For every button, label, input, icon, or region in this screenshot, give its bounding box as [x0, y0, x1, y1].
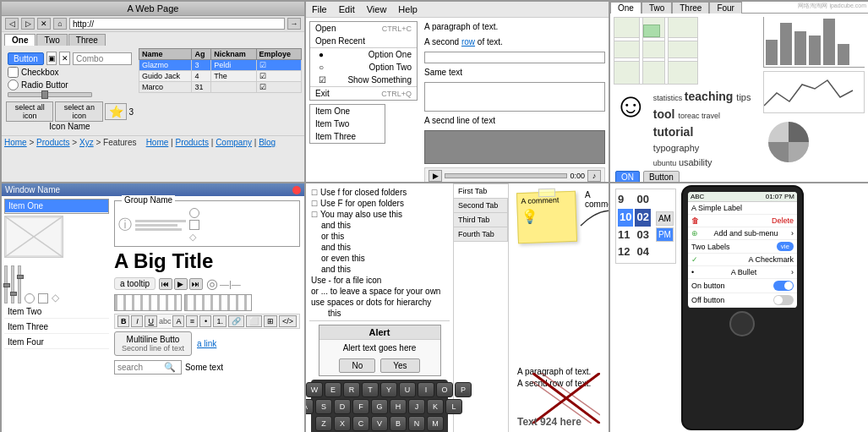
submenu-item1[interactable]: Item One [310, 105, 385, 118]
kb-k[interactable]: K [427, 399, 444, 414]
next-btn[interactable]: ⏭ [189, 278, 203, 290]
vtab-first[interactable]: First Tab [454, 183, 508, 199]
play-pause-btn[interactable]: ▶ [174, 278, 188, 290]
menu-edit[interactable]: Edit [336, 3, 358, 15]
vtab-second[interactable]: Second Tab [454, 198, 508, 213]
menu-open-recent[interactable]: Open Recent [310, 35, 417, 47]
row-link[interactable]: row [461, 37, 475, 46]
phone-item-bullet[interactable]: A Bullet › [688, 266, 797, 279]
file-item-8[interactable]: and this [309, 264, 450, 275]
pm-button[interactable]: PM [656, 227, 674, 242]
menu-file[interactable]: File [309, 3, 330, 15]
kb-e[interactable]: E [325, 382, 341, 397]
num-list-btn[interactable]: 1. [213, 315, 227, 327]
select-all-icon-btn[interactable]: select all icon [6, 101, 53, 122]
phone-item-toggle-off[interactable]: Off button [688, 293, 797, 308]
tab-one[interactable]: One [4, 34, 35, 46]
submenu-item3[interactable]: Item Three [310, 130, 385, 143]
close-button[interactable]: ✕ [37, 18, 51, 30]
kb-x[interactable]: X [334, 416, 351, 431]
kb-o[interactable]: O [436, 382, 453, 397]
icon-box-2[interactable]: ✕ [59, 52, 70, 65]
chart-tab-four[interactable]: Four [709, 2, 742, 14]
file-item-3[interactable]: ☐ You may also use this [309, 209, 450, 220]
file-item-6[interactable]: and this [309, 242, 450, 253]
code-btn[interactable]: </> [279, 315, 297, 327]
file-item-2[interactable]: ☐ Use F for open folders [309, 198, 450, 209]
file-item-5[interactable]: or this [309, 231, 450, 242]
menu-open[interactable]: Open CTRL+C [310, 22, 417, 35]
link-text[interactable]: a link [197, 339, 216, 348]
select-icon-btn[interactable]: select an icon [55, 101, 103, 122]
image-btn[interactable]: ⬜ [246, 315, 262, 327]
vslider-2[interactable] [11, 265, 14, 303]
file-item-4[interactable]: and this [309, 220, 450, 231]
phone-item-check[interactable]: A Checkmark [688, 254, 797, 266]
window-close-btn[interactable] [292, 186, 301, 194]
phone-item-delete[interactable]: 🗑 Delete [688, 215, 797, 227]
multiline-button[interactable]: Multiline Butto Second line of text [114, 331, 192, 356]
kb-w[interactable]: W [306, 382, 323, 397]
kb-j[interactable]: J [408, 399, 425, 414]
phone-home-button[interactable] [729, 311, 755, 336]
file-item-12[interactable]: this [309, 308, 450, 319]
kb-t[interactable]: T [362, 382, 379, 397]
prev-btn[interactable]: ⏮ [159, 278, 172, 290]
text-area[interactable] [424, 82, 605, 112]
table-row[interactable]: Glazmo 3 Peldi ☑ [139, 60, 302, 71]
checkbox-input[interactable] [8, 67, 19, 78]
bc2-home[interactable]: Home [146, 138, 169, 147]
file-item-1[interactable]: ☐ Use f for closed folders [309, 187, 450, 198]
forward-button[interactable]: ▷ [21, 18, 35, 30]
kb-n[interactable]: N [408, 416, 425, 431]
phone-item-toggle-on[interactable]: On button [688, 279, 797, 293]
kb-y[interactable]: Y [380, 382, 397, 397]
toggle-off-button[interactable]: Button [643, 171, 680, 183]
file-item-10[interactable]: or ... to leave a space for your own [309, 286, 450, 297]
radio-input[interactable] [8, 79, 19, 90]
kb-f[interactable]: F [352, 399, 369, 414]
menu-view[interactable]: View [364, 3, 390, 15]
italic-btn[interactable]: I [131, 315, 143, 327]
phone-item-label[interactable]: A Simple Label [688, 202, 797, 215]
vtab-third[interactable]: Third Tab [454, 212, 508, 227]
text-input[interactable] [424, 52, 605, 63]
search-input[interactable] [117, 363, 164, 372]
primary-button[interactable]: Button [8, 52, 44, 65]
list-item-2[interactable]: Item Two [4, 305, 109, 319]
menu-help[interactable]: Help [396, 3, 420, 15]
bc-home[interactable]: Home [4, 138, 27, 147]
go-button[interactable]: → [287, 18, 301, 30]
alert-no-btn[interactable]: No [339, 358, 375, 373]
table-row[interactable]: Marco 31 ☑ [139, 82, 302, 93]
home-button[interactable]: ⌂ [53, 18, 67, 30]
phone-item-add[interactable]: Add and sub-menu › [688, 227, 797, 240]
phone-item-labels[interactable]: Two Labels vie [688, 240, 797, 254]
font-size-btn[interactable]: A [172, 315, 184, 327]
kb-a[interactable]: A [305, 399, 314, 414]
play-button[interactable]: ▶ [429, 170, 442, 182]
menu-show[interactable]: ☑ Show Something [310, 74, 417, 86]
chart-tab-three[interactable]: Three [672, 2, 709, 14]
bold-btn[interactable]: B [117, 315, 130, 327]
bc2-company[interactable]: Company [216, 138, 252, 147]
bullet-list-btn[interactable]: • [199, 315, 211, 327]
link-btn[interactable]: 🔗 [228, 315, 244, 327]
tooltip-button[interactable]: a tooltip [114, 277, 156, 290]
list-item-3[interactable]: Item Three [4, 320, 109, 334]
toggle-on-button[interactable]: ON [615, 171, 640, 183]
file-item-7[interactable]: or even this [309, 253, 450, 264]
kb-m[interactable]: M [427, 416, 444, 431]
list-item-1[interactable]: Item One [5, 200, 108, 213]
menu-option2[interactable]: ○ Option Two [310, 61, 417, 74]
phone-toggle-on[interactable] [773, 281, 794, 291]
table-row[interactable]: Guido Jack 4 The ☑ [139, 71, 302, 82]
vslider-1[interactable] [4, 265, 8, 303]
bc-products[interactable]: Products [36, 138, 69, 147]
chart-tab-one[interactable]: One [610, 2, 641, 14]
kb-i[interactable]: I [418, 382, 434, 397]
url-bar[interactable] [69, 18, 285, 30]
file-item-11[interactable]: use spaces or dots for hierarchy [309, 297, 450, 308]
list-item-4[interactable]: Item Four [4, 336, 109, 349]
kb-s[interactable]: S [315, 399, 332, 414]
